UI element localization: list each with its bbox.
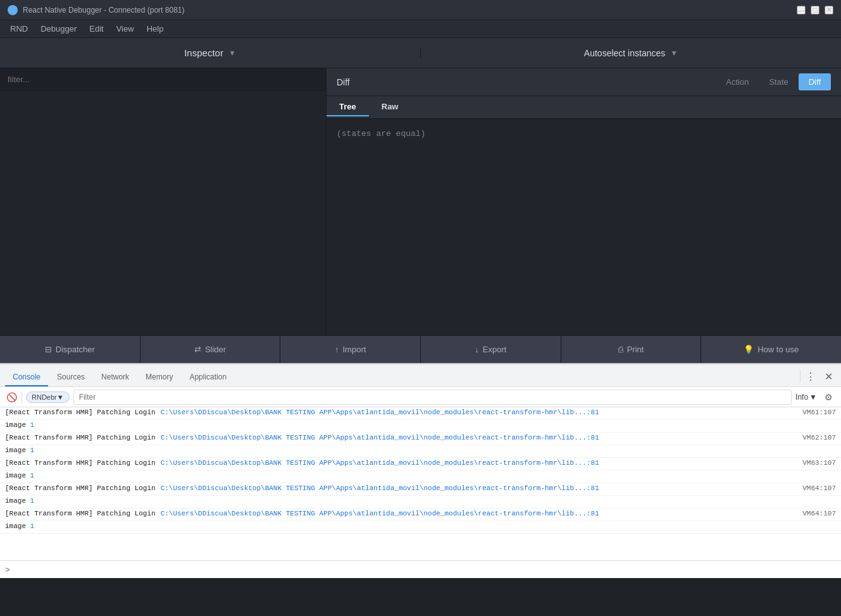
minimize-button[interactable]: — xyxy=(797,6,806,15)
slider-icon: ⇄ xyxy=(194,345,201,354)
console-input[interactable] xyxy=(14,565,836,574)
log-text: image 1 xyxy=(5,472,34,479)
import-icon: ↑ xyxy=(335,345,339,354)
log-text: image 1 xyxy=(5,522,34,530)
log-link[interactable]: C:\Users\DDiscua\Desktop\BANK TESTING AP… xyxy=(161,434,798,441)
log-text: [React Transform HMR] Patching Login xyxy=(5,434,156,441)
memory-tab[interactable]: Memory xyxy=(138,369,180,386)
log-link[interactable]: C:\Users\DDiscua\Desktop\BANK TESTING AP… xyxy=(161,409,798,416)
devtools-tab-actions: ⋮ ✕ xyxy=(800,369,836,386)
devtools-more-button[interactable]: ⋮ xyxy=(803,369,818,384)
inspector-header: Inspector ▼ Autoselect instances ▼ xyxy=(0,38,841,68)
log-vm: VM64:107 xyxy=(802,510,836,517)
console-prompt-icon: > xyxy=(5,565,10,574)
print-icon: ⎙ xyxy=(618,345,623,354)
log-vm: VM61:107 xyxy=(802,409,836,416)
log-text: [React Transform HMR] Patching Login xyxy=(5,459,156,467)
raw-subtab[interactable]: Raw xyxy=(369,98,411,116)
window-controls: — □ ✕ xyxy=(797,6,833,15)
tree-subtab[interactable]: Tree xyxy=(327,98,369,116)
console-settings-button[interactable]: ⚙ xyxy=(821,390,836,405)
action-tab-button[interactable]: Action xyxy=(716,73,759,90)
inspector-label: Inspector xyxy=(184,47,223,58)
console-stop-button[interactable]: 🚫 xyxy=(5,391,18,403)
menu-view[interactable]: View xyxy=(111,23,139,35)
log-text: image 1 xyxy=(5,447,34,454)
diff-header: Diff Action State Diff xyxy=(327,68,841,96)
main-area: Diff Action State Diff Tree Raw (states … xyxy=(0,68,841,335)
menu-help[interactable]: Help xyxy=(142,23,169,35)
export-icon: ↓ xyxy=(475,345,479,354)
level-arrow-icon: ▼ xyxy=(809,393,817,402)
log-row: image 1 xyxy=(0,420,841,433)
how-to-use-label: How to use xyxy=(757,345,799,354)
how-to-use-icon: 💡 xyxy=(744,345,754,354)
slider-label: Slider xyxy=(205,345,226,354)
log-link[interactable]: C:\Users\DDiscua\Desktop\BANK TESTING AP… xyxy=(161,459,798,467)
state-tab-button[interactable]: State xyxy=(759,73,798,90)
diff-tab-button[interactable]: Diff xyxy=(799,73,831,90)
divider xyxy=(800,370,801,383)
log-row: [React Transform HMR] Patching Login C:\… xyxy=(0,508,841,521)
log-link[interactable]: C:\Users\DDiscua\Desktop\BANK TESTING AP… xyxy=(161,510,798,517)
autoselect-section: Autoselect instances ▼ xyxy=(420,48,841,58)
log-text: image 1 xyxy=(5,497,34,505)
log-text: image 1 xyxy=(5,421,34,429)
menu-rnd[interactable]: RND xyxy=(5,23,33,35)
dispatcher-icon: ⊟ xyxy=(45,345,52,354)
log-text: [React Transform HMR] Patching Login xyxy=(5,510,156,517)
autoselect-dropdown-icon[interactable]: ▼ xyxy=(670,49,678,58)
console-source-badge[interactable]: RNDebr▼ xyxy=(26,391,70,403)
close-button[interactable]: ✕ xyxy=(825,6,833,15)
console-tab[interactable]: Console xyxy=(5,369,48,386)
network-tab[interactable]: Network xyxy=(94,369,137,386)
console-level-select[interactable]: Info ▼ xyxy=(795,393,817,402)
log-num: 1 xyxy=(30,472,35,479)
menu-debugger[interactable]: Debugger xyxy=(35,23,82,35)
dispatcher-button[interactable]: ⊟ Dispatcher xyxy=(0,336,140,363)
log-vm: VM62:107 xyxy=(802,434,836,441)
print-label: Print xyxy=(627,345,644,354)
print-button[interactable]: ⎙ Print xyxy=(561,336,702,363)
log-row: image 1 xyxy=(0,496,841,508)
log-vm: VM64:107 xyxy=(802,484,836,492)
devtools-tabs: Console Sources Network Memory Applicati… xyxy=(0,364,841,387)
log-vm: VM63:107 xyxy=(802,459,836,467)
application-tab[interactable]: Application xyxy=(182,369,234,386)
log-row: image 1 xyxy=(0,445,841,458)
toolbar-divider xyxy=(22,391,22,403)
log-num: 1 xyxy=(30,421,35,429)
inspector-title-section: Inspector ▼ xyxy=(0,47,420,58)
devtools-close-button[interactable]: ✕ xyxy=(821,369,836,384)
console-input-row: > xyxy=(0,560,841,578)
filter-input[interactable] xyxy=(0,68,326,91)
how-to-use-button[interactable]: 💡 How to use xyxy=(701,336,841,363)
log-row: [React Transform HMR] Patching Login C:\… xyxy=(0,433,841,445)
log-num: 1 xyxy=(30,497,35,505)
menu-edit[interactable]: Edit xyxy=(84,23,108,35)
right-panel: Diff Action State Diff Tree Raw (states … xyxy=(327,68,841,335)
app-icon xyxy=(8,5,18,15)
slider-button[interactable]: ⇄ Slider xyxy=(140,336,281,363)
log-row: image 1 xyxy=(0,471,841,483)
import-button[interactable]: ↑ Import xyxy=(280,336,421,363)
inspector-dropdown-icon[interactable]: ▼ xyxy=(228,49,236,58)
log-row: [React Transform HMR] Patching Login C:\… xyxy=(0,458,841,471)
log-link[interactable]: C:\Users\DDiscua\Desktop\BANK TESTING AP… xyxy=(161,484,798,492)
level-label: Info xyxy=(795,393,808,402)
console-filter-input[interactable] xyxy=(73,390,792,405)
log-text: [React Transform HMR] Patching Login xyxy=(5,409,156,416)
source-badge-label: RNDebr▼ xyxy=(32,393,64,401)
log-row: [React Transform HMR] Patching Login C:\… xyxy=(0,407,841,420)
log-text: [React Transform HMR] Patching Login xyxy=(5,484,156,492)
log-num: 1 xyxy=(30,522,35,530)
diff-content-area: (states are equal) xyxy=(327,119,841,335)
log-num: 1 xyxy=(30,447,35,454)
import-label: Import xyxy=(343,345,366,354)
devtools-panel: Console Sources Network Memory Applicati… xyxy=(0,363,841,578)
console-toolbar: 🚫 RNDebr▼ Info ▼ ⚙ xyxy=(0,387,841,407)
maximize-button[interactable]: □ xyxy=(811,6,819,15)
console-log-area[interactable]: [React Transform HMR] Patching Login C:\… xyxy=(0,407,841,560)
sources-tab[interactable]: Sources xyxy=(49,369,92,386)
export-button[interactable]: ↓ Export xyxy=(421,336,561,363)
